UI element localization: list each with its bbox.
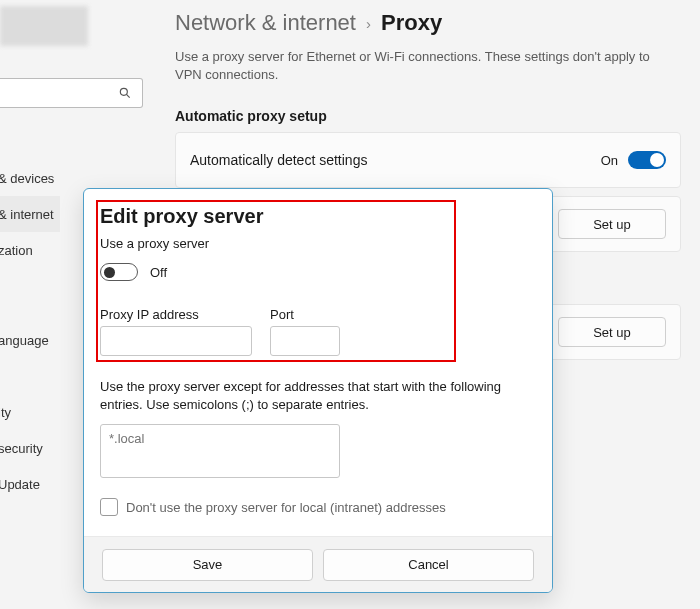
proxy-ip-input[interactable] xyxy=(100,326,252,356)
manual-setup-button[interactable]: Set up xyxy=(558,317,666,347)
breadcrumb-parent[interactable]: Network & internet xyxy=(175,10,356,36)
script-setup-button[interactable]: Set up xyxy=(558,209,666,239)
auto-detect-card: Automatically detect settings On xyxy=(175,132,681,188)
sidebar-item-security[interactable]: security xyxy=(0,430,60,466)
account-header-blur xyxy=(0,6,88,46)
auto-detect-state-text: On xyxy=(601,153,618,168)
breadcrumb: Network & internet › Proxy xyxy=(175,10,442,36)
svg-line-1 xyxy=(126,94,129,97)
chevron-right-icon: › xyxy=(366,15,371,32)
proxy-port-label: Port xyxy=(270,307,340,322)
cancel-button[interactable]: Cancel xyxy=(323,549,534,581)
dialog-footer: Save Cancel xyxy=(84,536,552,592)
save-button[interactable]: Save xyxy=(102,549,313,581)
use-proxy-label: Use a proxy server xyxy=(100,236,536,251)
search-icon xyxy=(118,86,132,100)
search-input-container[interactable] xyxy=(0,78,143,108)
use-proxy-toggle[interactable] xyxy=(100,263,138,281)
sidebar: & devices & internet zation anguage ity … xyxy=(0,160,60,502)
sidebar-item-language[interactable]: anguage xyxy=(0,322,60,358)
dialog-title: Edit proxy server xyxy=(100,205,536,228)
sidebar-item-update[interactable]: Update xyxy=(0,466,60,502)
breadcrumb-current: Proxy xyxy=(381,10,442,36)
sidebar-item-network[interactable]: & internet xyxy=(0,196,60,232)
sidebar-item-devices[interactable]: & devices xyxy=(0,160,60,196)
proxy-ip-label: Proxy IP address xyxy=(100,307,252,322)
page-description: Use a proxy server for Ethernet or Wi-Fi… xyxy=(175,48,655,84)
svg-point-0 xyxy=(120,88,127,95)
use-proxy-state-text: Off xyxy=(150,265,167,280)
local-bypass-checkbox[interactable] xyxy=(100,498,118,516)
exceptions-note: Use the proxy server except for addresse… xyxy=(100,378,536,414)
proxy-port-input[interactable] xyxy=(270,326,340,356)
auto-detect-label: Automatically detect settings xyxy=(190,152,367,168)
sidebar-item-accessibility[interactable]: ity xyxy=(0,394,60,430)
auto-detect-toggle[interactable] xyxy=(628,151,666,169)
sidebar-item-personalization[interactable]: zation xyxy=(0,232,60,268)
exceptions-input[interactable] xyxy=(100,424,340,478)
edit-proxy-dialog: Edit proxy server Use a proxy server Off… xyxy=(83,188,553,593)
local-bypass-label: Don't use the proxy server for local (in… xyxy=(126,500,446,515)
auto-section-title: Automatic proxy setup xyxy=(175,108,327,124)
